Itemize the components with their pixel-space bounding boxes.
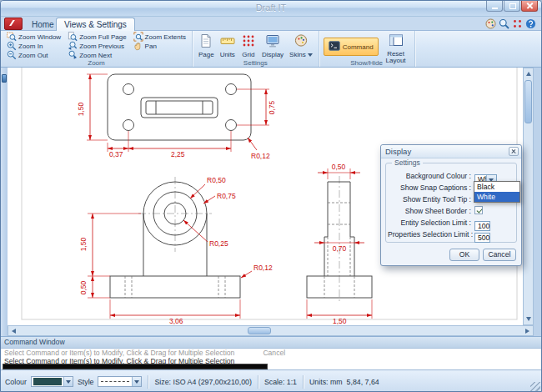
entity-selection-limit-label: Entity Selection Limit : <box>388 219 471 227</box>
units-ruler-icon <box>220 33 235 50</box>
scroll-right-icon[interactable] <box>525 329 529 334</box>
scale-text: Scale: 1:1 <box>264 378 297 386</box>
dimension-label: R0,12 <box>253 264 273 272</box>
command-window-title: Command Window <box>4 338 65 346</box>
vertical-scroll-thumb[interactable] <box>524 80 532 123</box>
reset-layout-button[interactable]: Reset Layout <box>382 33 410 58</box>
show-sheet-border-label: Show Sheet Border : <box>388 207 471 215</box>
dialog-title: Display <box>385 147 411 156</box>
display-dialog: Display Settings Background Colour : Whi… <box>380 144 522 266</box>
dimension-label: 0,70 <box>333 244 347 253</box>
background-colour-label: Background Colour : <box>388 172 471 180</box>
dialog-title-bar[interactable]: Display <box>381 145 521 158</box>
properties-selection-limit-field[interactable]: 500 <box>474 233 490 243</box>
grid-button[interactable]: Grid <box>239 33 258 59</box>
pan-hand-icon <box>133 41 143 53</box>
dimension-label: R0,12 <box>251 152 270 160</box>
option-black[interactable]: Black <box>474 182 519 192</box>
dimension-label: 0,75 <box>268 100 276 114</box>
colour-swatch <box>33 378 62 385</box>
ribbon: Zoom Window Zoom In Zoom Out Zoom Full P… <box>1 30 541 68</box>
dimension-label: 1,50 <box>77 102 85 116</box>
background-colour-option-list: Black White <box>474 181 520 203</box>
display-button[interactable]: Display <box>260 33 285 59</box>
skins-palette-icon <box>294 33 309 50</box>
show-sheet-border-checkbox[interactable] <box>474 206 483 214</box>
dimension-label: 0,37 <box>109 150 123 158</box>
ok-button[interactable]: OK <box>449 249 479 261</box>
sheet-size-text: Size: ISO A4 (297,00x210,00) <box>154 378 251 386</box>
show-snap-captions-label: Show Snap Captions : <box>388 183 471 192</box>
cursor-coordinates: 5,84, 7,64 <box>347 378 379 386</box>
ribbon-group-zoom: Zoom Window Zoom In Zoom Out Zoom Full P… <box>1 31 193 67</box>
ribbon-group-showhide: Command Reset Layout Show/Hide <box>319 31 415 67</box>
cancel-button[interactable]: Cancel <box>483 249 516 261</box>
dialog-group-label: Settings <box>392 158 423 167</box>
grid-dots-icon <box>241 33 256 50</box>
dimension-label: R0,50 <box>207 176 226 184</box>
collapsed-panel-icon[interactable] <box>2 74 7 83</box>
units-button[interactable]: Units <box>218 33 237 59</box>
top-view <box>108 74 251 140</box>
tab-views-settings[interactable]: Views & Settings <box>56 18 135 31</box>
command-input[interactable] <box>3 364 268 369</box>
palette-icon[interactable] <box>485 18 496 28</box>
scroll-down-icon[interactable] <box>526 317 531 321</box>
command-window-header[interactable]: Command Window <box>1 337 541 349</box>
grid-toggle-icon[interactable] <box>512 18 523 28</box>
dimension-label: R0,75 <box>217 192 236 200</box>
resize-grip[interactable] <box>530 382 540 392</box>
dialog-settings-group: Settings Background Colour : White Show … <box>385 163 517 243</box>
pan-button[interactable]: Pan <box>132 42 188 51</box>
chevron-down-icon <box>308 53 313 57</box>
skins-button[interactable]: Skins <box>288 33 314 59</box>
dimension-label: 3,06 <box>169 317 183 325</box>
line-style-preview <box>101 381 129 382</box>
group-label-zoom: Zoom <box>1 59 192 67</box>
chevron-down-icon[interactable] <box>132 377 141 386</box>
command-window-icon <box>329 41 340 53</box>
scroll-up-icon[interactable] <box>526 72 531 76</box>
units-text: Units: mm <box>309 378 343 386</box>
close-button[interactable] <box>521 1 538 12</box>
show-entity-tooltip-label: Show Entity Tool Tip : <box>388 195 471 204</box>
ribbon-group-settings: Page Units Grid Display Skins <box>193 31 319 67</box>
separator <box>303 375 304 389</box>
scroll-left-icon[interactable] <box>12 329 16 334</box>
reset-layout-icon <box>389 33 404 50</box>
style-label: Style <box>78 378 94 386</box>
command-toggle-button[interactable]: Command <box>324 38 379 56</box>
help-icon[interactable] <box>525 18 536 28</box>
dimension-label: 2,25 <box>171 150 185 158</box>
side-view <box>307 176 372 303</box>
chevron-down-icon[interactable] <box>63 377 73 386</box>
command-history-line: Select Command or Item(s) to Modify, Cli… <box>1 349 541 357</box>
app-window: Draft IT Home Views & Settings <box>0 0 542 392</box>
minimize-button[interactable] <box>486 1 503 12</box>
vertical-scrollbar[interactable] <box>523 68 534 325</box>
group-label-settings: Settings <box>193 59 319 67</box>
app-menu-button[interactable] <box>4 18 23 30</box>
command-history-action: Cancel <box>263 349 285 357</box>
dimension-label: R0,25 <box>209 239 228 248</box>
status-bar: Colour Style Size: ISO A4 (297,00x210,00… <box>1 369 541 392</box>
command-window: Command Window Select Command or Item(s)… <box>1 336 541 370</box>
title-bar[interactable]: Draft IT <box>1 1 541 17</box>
left-panel-strip[interactable] <box>1 68 8 336</box>
ribbon-tab-row: Home Views & Settings <box>1 16 541 30</box>
page-button[interactable]: Page <box>197 33 216 59</box>
zoom-tool-icon[interactable] <box>499 18 509 28</box>
front-view-dimensions: 1,50 0,50 3,06 R0,50 R0,75 R0,25 R0,12 <box>79 176 273 325</box>
dialog-close-button[interactable] <box>509 147 519 156</box>
option-white[interactable]: White <box>474 192 519 202</box>
horizontal-scrollbar[interactable] <box>8 325 534 336</box>
horizontal-scroll-thumb[interactable] <box>248 327 271 334</box>
dimension-label: 0,50 <box>79 280 88 294</box>
maximize-button[interactable] <box>504 1 520 12</box>
separator <box>258 375 258 389</box>
properties-selection-limit-label: Properties Selection Limit : <box>388 230 471 239</box>
colour-label: Colour <box>5 378 27 386</box>
style-combo[interactable] <box>98 376 142 387</box>
dimension-label: 0,50 <box>332 163 346 171</box>
colour-combo[interactable] <box>31 376 73 387</box>
